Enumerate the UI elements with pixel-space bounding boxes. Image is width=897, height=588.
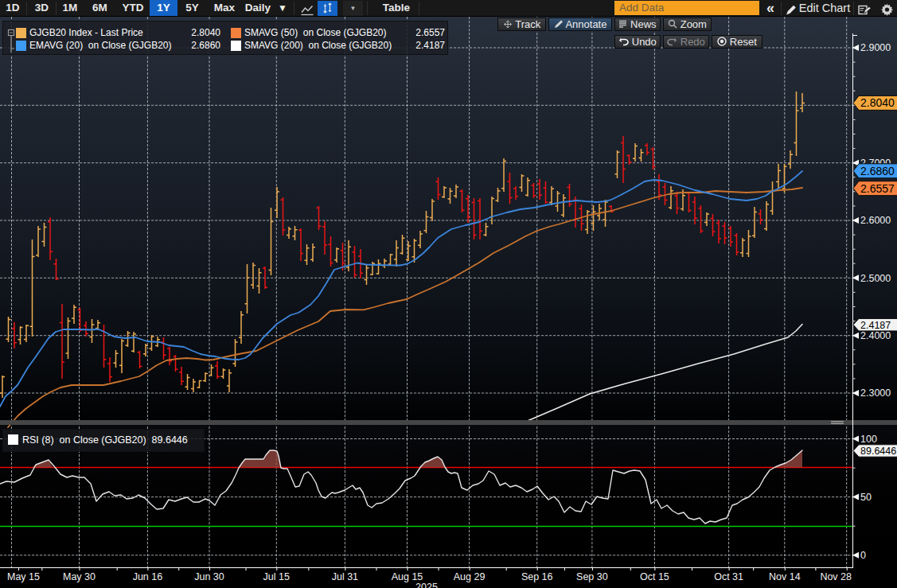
svg-text:Nov 28: Nov 28 [820, 571, 852, 582]
svg-text:2025: 2025 [415, 582, 438, 588]
svg-text:2.3000: 2.3000 [860, 387, 891, 399]
svg-text:Nov 14: Nov 14 [769, 571, 801, 582]
svg-text:Aug 29: Aug 29 [454, 571, 486, 582]
svg-text:May 15: May 15 [7, 571, 40, 582]
svg-text:50: 50 [860, 492, 872, 503]
svg-text:Oct 15: Oct 15 [640, 571, 669, 582]
svg-text:Sep 16: Sep 16 [521, 571, 553, 582]
svg-text:2.6557: 2.6557 [860, 182, 895, 195]
svg-text:Sep 30: Sep 30 [576, 571, 608, 582]
svg-text:2.9000: 2.9000 [860, 42, 891, 53]
svg-text:100: 100 [860, 434, 877, 445]
svg-text:May 30: May 30 [63, 571, 96, 582]
svg-text:Aug 15: Aug 15 [392, 571, 423, 582]
svg-text:2.6000: 2.6000 [860, 215, 891, 226]
svg-text:Jun 16: Jun 16 [133, 571, 163, 582]
svg-text:2.4000: 2.4000 [860, 330, 891, 341]
svg-text:0: 0 [860, 550, 866, 561]
svg-text:Jul 31: Jul 31 [332, 571, 358, 582]
svg-text:2.5000: 2.5000 [860, 273, 891, 284]
svg-text:2.6860: 2.6860 [860, 165, 895, 177]
svg-text:Oct 31: Oct 31 [714, 571, 743, 582]
svg-text:Jun 30: Jun 30 [194, 571, 224, 582]
svg-text:89.6446: 89.6446 [860, 446, 896, 457]
svg-text:2.4187: 2.4187 [860, 320, 891, 331]
svg-text:Jul 15: Jul 15 [263, 571, 290, 582]
svg-text:2.8040: 2.8040 [860, 96, 895, 109]
